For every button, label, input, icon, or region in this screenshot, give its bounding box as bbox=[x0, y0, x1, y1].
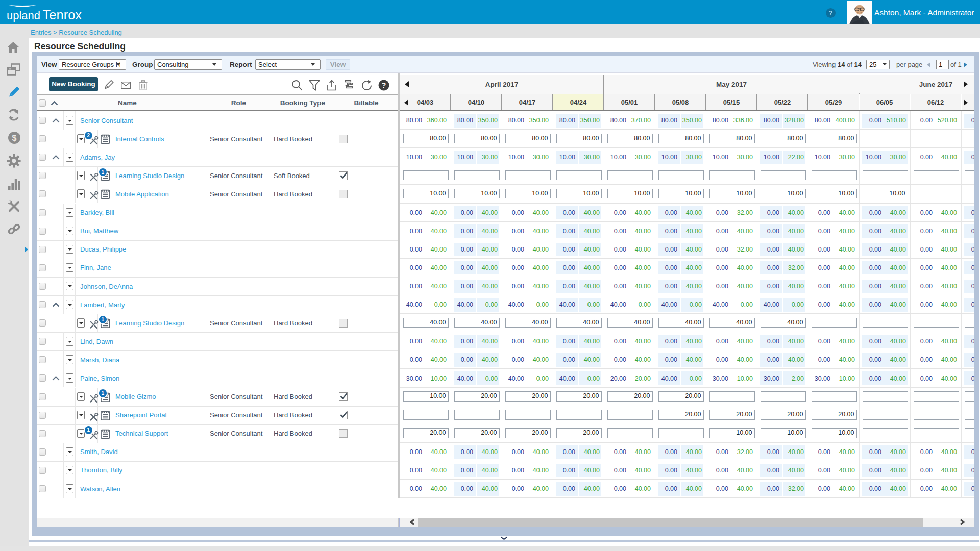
svg-text:?: ? bbox=[382, 81, 386, 89]
svg-text:$: $ bbox=[12, 134, 17, 142]
